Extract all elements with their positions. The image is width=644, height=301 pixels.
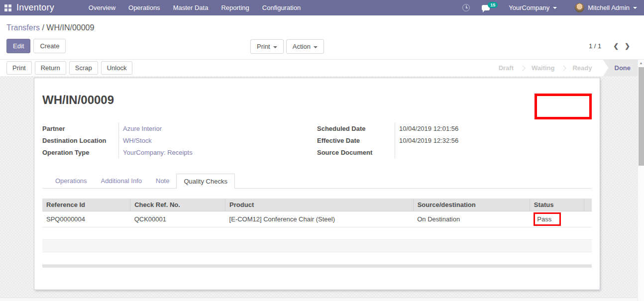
col-check-ref-no[interactable]: Check Ref. No. xyxy=(130,199,225,211)
quality-checks-table: Reference Id Check Ref. No. Product Sour… xyxy=(42,199,592,265)
print-report-button[interactable]: Print xyxy=(6,61,32,75)
menu-configuration[interactable]: Configuration xyxy=(258,0,305,15)
control-panel-buttons: Edit Create Print Action 1 / 1 ❮ ❯ xyxy=(6,39,644,53)
partner-value-link[interactable]: Azure Interior xyxy=(123,122,317,134)
cell-check-ref-no[interactable]: QCK00001 xyxy=(130,211,225,227)
main-menu: Overview Operations Master Data Reportin… xyxy=(82,0,307,15)
edit-button[interactable]: Edit xyxy=(6,39,30,53)
menu-overview[interactable]: Overview xyxy=(84,0,120,15)
chevron-right-icon xyxy=(561,65,566,71)
table-row[interactable]: SPQ0000004 QCK00001 [E-COM12] Conference… xyxy=(42,211,592,227)
source-document-value xyxy=(399,146,592,158)
field-group-right: Scheduled Date Effective Date Source Doc… xyxy=(317,122,592,158)
breadcrumb-separator: / xyxy=(40,23,46,32)
field-values: Azure Interior WH/Stock YourCompany: Rec… xyxy=(118,122,317,158)
vertical-scrollbar[interactable]: ▲ xyxy=(638,60,644,301)
app-title[interactable]: Inventory xyxy=(16,2,54,13)
operation-type-value-link[interactable]: YourCompany: Receipts xyxy=(123,146,317,158)
user-menu[interactable]: Mitchell Admin xyxy=(588,4,637,11)
scheduled-date-value: 10/04/2019 12:01:56 xyxy=(399,122,592,134)
systray: 15 YourCompany Mitchell Admin xyxy=(462,3,644,12)
col-status[interactable]: Status xyxy=(530,199,584,211)
action-menu-button[interactable]: Action xyxy=(286,39,324,54)
status-step-draft[interactable]: Draft xyxy=(493,64,520,72)
activities-clock-icon[interactable] xyxy=(462,4,482,11)
tab-quality-checks[interactable]: Quality Checks xyxy=(176,174,234,189)
menu-operations[interactable]: Operations xyxy=(124,0,165,15)
annotation-pass-highlight: Pass xyxy=(534,212,561,226)
destination-location-value-link[interactable]: WH/Stock xyxy=(123,134,317,146)
field-group-left: Partner Destination Location Operation T… xyxy=(42,122,317,158)
scroll-up-icon[interactable]: ▲ xyxy=(638,60,644,66)
scrollbar-thumb[interactable] xyxy=(639,67,644,166)
status-step-ready[interactable]: Ready xyxy=(566,64,598,72)
chevron-down-icon xyxy=(314,46,318,48)
chevron-down-icon xyxy=(633,7,637,9)
field-labels: Partner Destination Location Operation T… xyxy=(42,122,118,158)
message-count-badge: 15 xyxy=(488,2,498,8)
user-name: Mitchell Admin xyxy=(588,4,630,11)
menu-master-data[interactable]: Master Data xyxy=(169,0,213,15)
apps-menu-icon[interactable] xyxy=(4,4,11,11)
messages-icon[interactable]: 15 xyxy=(482,5,490,10)
form-header: Print Return Scrap Unlock Draft Waiting … xyxy=(0,59,644,76)
breadcrumb-current: WH/IN/00009 xyxy=(46,23,94,32)
return-button[interactable]: Return xyxy=(35,61,66,75)
scrap-button[interactable]: Scrap xyxy=(69,61,98,75)
user-avatar[interactable] xyxy=(575,3,584,12)
table-end-bar xyxy=(42,265,592,268)
field-values: 10/04/2019 12:01:56 10/04/2019 12:32:56 xyxy=(395,122,592,158)
breadcrumb-transfers-link[interactable]: Transfers xyxy=(6,23,40,32)
source-document-label: Source Document xyxy=(317,146,395,158)
field-groups: Partner Destination Location Operation T… xyxy=(42,122,592,158)
col-blank xyxy=(584,199,592,211)
table-header-row: Reference Id Check Ref. No. Product Sour… xyxy=(42,199,592,211)
cell-source-destination[interactable]: On Destination xyxy=(413,211,530,227)
cell-reference-id[interactable]: SPQ0000004 xyxy=(42,211,130,227)
page-background: WH/IN/00009 Partner Destination Location… xyxy=(0,76,644,301)
form-sheet: WH/IN/00009 Partner Destination Location… xyxy=(34,78,600,290)
menu-reporting[interactable]: Reporting xyxy=(216,0,253,15)
operation-type-label: Operation Type xyxy=(42,146,118,158)
partner-label: Partner xyxy=(42,122,118,134)
breadcrumb: Transfers / WH/IN/00009 xyxy=(6,22,644,33)
status-step-done-active[interactable]: Done xyxy=(603,60,638,77)
col-reference-id[interactable]: Reference Id xyxy=(42,199,130,211)
control-panel: Transfers / WH/IN/00009 Edit Create Prin… xyxy=(0,15,644,59)
scheduled-date-label: Scheduled Date xyxy=(317,122,395,134)
company-name: YourCompany xyxy=(509,4,549,11)
field-labels: Scheduled Date Effective Date Source Doc… xyxy=(317,122,395,158)
col-source-destination[interactable]: Source/destination xyxy=(413,199,530,211)
record-title: WH/IN/00009 xyxy=(42,93,592,107)
create-button[interactable]: Create xyxy=(33,39,66,53)
effective-date-label: Effective Date xyxy=(317,134,395,146)
empty-row xyxy=(42,252,592,265)
chevron-right-icon xyxy=(520,65,525,71)
tab-operations[interactable]: Operations xyxy=(48,174,94,188)
app-window: Inventory Overview Operations Master Dat… xyxy=(0,0,644,301)
statusbar: Draft Waiting Ready Done xyxy=(493,60,644,76)
destination-location-label: Destination Location xyxy=(42,134,118,146)
pager-next-icon[interactable]: ❯ xyxy=(622,42,633,50)
pager-count: 1 / 1 xyxy=(589,42,601,50)
empty-row xyxy=(42,240,592,252)
cell-status[interactable]: Pass xyxy=(530,211,584,227)
tab-additional-info[interactable]: Additional Info xyxy=(94,174,149,188)
unlock-button[interactable]: Unlock xyxy=(101,61,133,75)
action-menus: Print Action xyxy=(250,39,324,54)
annotation-box xyxy=(535,94,592,119)
company-switcher[interactable]: YourCompany xyxy=(509,4,557,11)
chevron-down-icon xyxy=(273,46,277,48)
print-menu-button[interactable]: Print xyxy=(250,39,284,54)
pager-prev-icon[interactable]: ❮ xyxy=(610,42,622,50)
empty-row xyxy=(42,227,592,240)
tab-note[interactable]: Note xyxy=(149,174,176,188)
status-step-waiting[interactable]: Waiting xyxy=(526,64,560,72)
pager: 1 / 1 ❮ ❯ xyxy=(589,39,633,53)
cell-product[interactable]: [E-COM12] Conference Chair (Steel) xyxy=(225,211,414,227)
col-product[interactable]: Product xyxy=(225,199,414,211)
chevron-down-icon xyxy=(553,7,557,9)
horizontal-scrollbar[interactable] xyxy=(0,298,638,301)
effective-date-value: 10/04/2019 12:32:56 xyxy=(399,134,592,146)
top-navbar: Inventory Overview Operations Master Dat… xyxy=(0,0,644,15)
